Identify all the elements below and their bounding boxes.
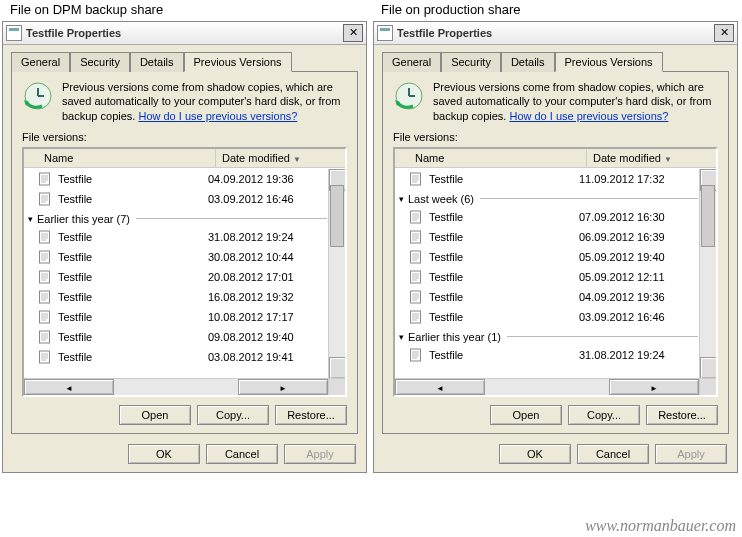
svg-rect-63 <box>411 231 421 243</box>
tab-security[interactable]: Security <box>70 52 130 72</box>
file-date: 10.08.2012 17:17 <box>208 311 327 323</box>
file-date: 05.09.2012 19:40 <box>579 251 698 263</box>
file-date: 31.08.2012 19:24 <box>579 349 698 361</box>
tab-details[interactable]: Details <box>130 52 184 72</box>
chevron-down-icon[interactable]: ▾ <box>399 194 404 204</box>
dialog-left: Testfile Properties✕GeneralSecurityDetai… <box>2 21 367 473</box>
close-icon[interactable]: ✕ <box>343 24 363 42</box>
scroll-down-button[interactable]: ▼ <box>700 357 718 379</box>
ok-button[interactable]: OK <box>128 444 200 464</box>
list-item[interactable]: Testfile03.09.2012 16:46 <box>24 189 329 209</box>
list-item[interactable]: Testfile04.09.2012 19:36 <box>24 169 329 189</box>
file-icon <box>409 210 425 224</box>
restore-button[interactable]: Restore... <box>646 405 718 425</box>
chevron-down-icon[interactable]: ▾ <box>399 332 404 342</box>
file-icon <box>409 310 425 324</box>
scroll-right-button[interactable]: ► <box>238 379 328 395</box>
list-item[interactable]: Testfile05.09.2012 19:40 <box>395 247 700 267</box>
vertical-scrollbar[interactable]: ▲▼ <box>699 169 716 379</box>
close-icon[interactable]: ✕ <box>714 24 734 42</box>
file-date: 31.08.2012 19:24 <box>208 231 327 243</box>
chevron-down-icon[interactable]: ▾ <box>28 214 33 224</box>
svg-rect-14 <box>40 231 50 243</box>
file-date: 04.09.2012 19:36 <box>579 291 698 303</box>
list-item[interactable]: Testfile30.08.2012 10:44 <box>24 247 329 267</box>
file-name: Testfile <box>429 271 579 283</box>
ok-button[interactable]: OK <box>499 444 571 464</box>
list-group[interactable]: ▾Earlier this year (7) <box>24 209 329 227</box>
scroll-down-button[interactable]: ▼ <box>329 357 347 379</box>
col-name[interactable]: Name <box>395 149 587 167</box>
list-item[interactable]: Testfile31.08.2012 19:24 <box>24 227 329 247</box>
scroll-left-button[interactable]: ◄ <box>24 379 114 395</box>
list-item[interactable]: Testfile07.09.2012 16:30 <box>395 207 700 227</box>
svg-rect-83 <box>411 311 421 323</box>
tab-security[interactable]: Security <box>441 52 501 72</box>
history-icon <box>393 80 425 112</box>
svg-rect-29 <box>40 291 50 303</box>
svg-rect-4 <box>40 173 50 185</box>
file-date: 09.08.2012 19:40 <box>208 331 327 343</box>
list-item[interactable]: Testfile31.08.2012 19:24 <box>395 345 700 365</box>
list-item[interactable]: Testfile11.09.2012 17:32 <box>395 169 700 189</box>
list-item[interactable]: Testfile05.09.2012 12:11 <box>395 267 700 287</box>
file-icon <box>409 290 425 304</box>
tab-details[interactable]: Details <box>501 52 555 72</box>
file-icon <box>409 230 425 244</box>
list-item[interactable]: Testfile03.09.2012 16:46 <box>395 307 700 327</box>
vertical-scrollbar[interactable]: ▲▼ <box>328 169 345 379</box>
file-icon <box>38 270 54 284</box>
horizontal-scrollbar[interactable]: ◄► <box>24 378 345 395</box>
cancel-button[interactable]: Cancel <box>577 444 649 464</box>
history-icon <box>22 80 54 112</box>
window-title: Testfile Properties <box>397 27 714 39</box>
list-item[interactable]: Testfile03.08.2012 19:41 <box>24 347 329 367</box>
file-date: 11.09.2012 17:32 <box>579 173 698 185</box>
help-link[interactable]: How do I use previous versions? <box>509 110 668 122</box>
file-date: 03.09.2012 16:46 <box>579 311 698 323</box>
window-icon <box>6 25 22 41</box>
horizontal-scrollbar[interactable]: ◄► <box>395 378 716 395</box>
scroll-thumb[interactable] <box>330 185 344 247</box>
file-icon <box>38 310 54 324</box>
col-name[interactable]: Name <box>24 149 216 167</box>
scroll-thumb[interactable] <box>701 185 715 247</box>
open-button[interactable]: Open <box>490 405 562 425</box>
left-label: File on DPM backup share <box>2 0 367 21</box>
file-icon <box>38 350 54 364</box>
list-item[interactable]: Testfile20.08.2012 17:01 <box>24 267 329 287</box>
file-icon <box>409 270 425 284</box>
tab-previous versions[interactable]: Previous Versions <box>184 52 292 72</box>
file-date: 16.08.2012 19:32 <box>208 291 327 303</box>
file-name: Testfile <box>58 331 208 343</box>
file-date: 06.09.2012 16:39 <box>579 231 698 243</box>
tab-general[interactable]: General <box>382 52 441 72</box>
list-group[interactable]: ▾Last week (6) <box>395 189 700 207</box>
tabpage: Previous versions come from shadow copie… <box>382 71 729 434</box>
list-item[interactable]: Testfile06.09.2012 16:39 <box>395 227 700 247</box>
versions-listview: NameDate modified▼Testfile11.09.2012 17:… <box>393 147 718 397</box>
svg-rect-34 <box>40 311 50 323</box>
list-group[interactable]: ▾Earlier this year (1) <box>395 327 700 345</box>
apply-button[interactable]: Apply <box>284 444 356 464</box>
list-item[interactable]: Testfile16.08.2012 19:32 <box>24 287 329 307</box>
tab-previous versions[interactable]: Previous Versions <box>555 52 663 72</box>
cancel-button[interactable]: Cancel <box>206 444 278 464</box>
group-label: Last week (6) <box>408 193 474 205</box>
col-date[interactable]: Date modified▼ <box>216 149 345 167</box>
restore-button[interactable]: Restore... <box>275 405 347 425</box>
tab-general[interactable]: General <box>11 52 70 72</box>
file-name: Testfile <box>429 211 579 223</box>
col-date[interactable]: Date modified▼ <box>587 149 716 167</box>
window-title: Testfile Properties <box>26 27 343 39</box>
apply-button[interactable]: Apply <box>655 444 727 464</box>
list-item[interactable]: Testfile09.08.2012 19:40 <box>24 327 329 347</box>
copy-button[interactable]: Copy... <box>197 405 269 425</box>
help-link[interactable]: How do I use previous versions? <box>138 110 297 122</box>
scroll-right-button[interactable]: ► <box>609 379 699 395</box>
copy-button[interactable]: Copy... <box>568 405 640 425</box>
list-item[interactable]: Testfile04.09.2012 19:36 <box>395 287 700 307</box>
scroll-left-button[interactable]: ◄ <box>395 379 485 395</box>
open-button[interactable]: Open <box>119 405 191 425</box>
list-item[interactable]: Testfile10.08.2012 17:17 <box>24 307 329 327</box>
